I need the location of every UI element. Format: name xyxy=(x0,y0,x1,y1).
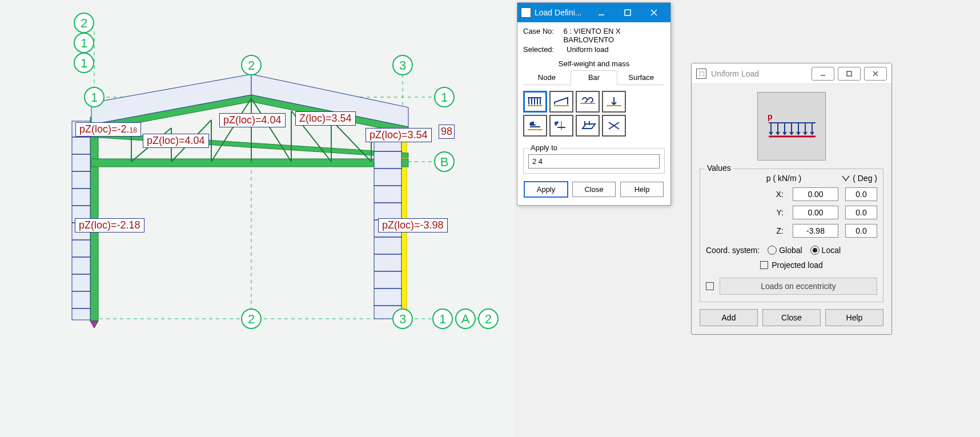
planar-load-icon-button[interactable] xyxy=(576,115,600,137)
p-header: p ( kN/m ) xyxy=(766,174,801,183)
load-preview: p xyxy=(757,92,826,161)
z-value-input[interactable] xyxy=(793,224,838,238)
selected-value: Uniform load xyxy=(567,45,609,54)
eccentricity-button[interactable]: Loads on eccentricity xyxy=(720,278,877,295)
maximize-button[interactable] xyxy=(838,67,861,81)
svg-text:3: 3 xyxy=(399,58,406,73)
point-load-icon-button[interactable] xyxy=(602,91,626,113)
close-button[interactable]: Close xyxy=(572,182,616,197)
load-annotation: pZ(loc)=4.04 xyxy=(219,113,286,127)
load-annotation: pZ(loc)=-2.18 xyxy=(75,218,144,232)
z-label: Z: xyxy=(770,226,784,235)
svg-text:B: B xyxy=(440,155,449,169)
dilatation-icon-button[interactable]: dL xyxy=(523,115,547,137)
load-annotation: 98 xyxy=(439,125,455,139)
load-annotation: pZ(loc)=-2.18 xyxy=(75,122,141,137)
maximize-button[interactable] xyxy=(614,3,641,22)
trapezoidal-load-icon-button[interactable] xyxy=(549,91,573,113)
global-radio[interactable]: Global xyxy=(768,246,802,255)
svg-text:1: 1 xyxy=(439,312,446,326)
values-legend: Values xyxy=(705,163,733,173)
dialog-title: Uniform Load xyxy=(711,69,808,78)
grid-bubble: 2 1 1 2 3 1 1 B 2 3 1 A 2 xyxy=(74,13,498,328)
load-definition-dialog: ⬚ Load Defini... Case No: 6 : VIENTO EN … xyxy=(517,2,671,206)
svg-text:p: p xyxy=(768,112,773,121)
svg-text:1: 1 xyxy=(81,56,87,70)
svg-text:1: 1 xyxy=(81,36,87,50)
help-button[interactable]: Help xyxy=(620,182,664,197)
tab-node[interactable]: Node xyxy=(523,70,571,85)
y-value-input[interactable] xyxy=(793,206,838,219)
apply-to-label: Apply to xyxy=(528,143,560,152)
svg-rect-105 xyxy=(847,71,852,76)
app-icon: ⬚ xyxy=(521,7,531,18)
x-label: X: xyxy=(770,190,784,199)
delete-load-icon-button[interactable] xyxy=(602,115,626,137)
close-button[interactable] xyxy=(641,3,667,22)
structural-viewport[interactable]: 2 1 1 2 3 1 1 B 2 3 1 A 2 pZ(loc)=-2.18 … xyxy=(0,0,514,437)
section-header: Self-weight and mass xyxy=(523,59,665,68)
svg-text:2: 2 xyxy=(81,16,87,30)
y-deg-input[interactable] xyxy=(845,206,877,219)
x-deg-input[interactable] xyxy=(845,187,877,201)
svg-text:2: 2 xyxy=(485,312,492,326)
tab-surface[interactable]: Surface xyxy=(617,70,665,85)
titlebar[interactable]: ⬚ Load Defini... xyxy=(517,3,670,22)
tab-bar[interactable]: Bar xyxy=(571,70,618,85)
minimize-button[interactable] xyxy=(812,67,834,81)
thermal-load-icon-button[interactable]: t° xyxy=(549,115,573,137)
selected-label: Selected: xyxy=(523,45,563,54)
svg-text:A: A xyxy=(461,312,470,326)
svg-text:2: 2 xyxy=(248,312,255,326)
svg-text:dL: dL xyxy=(530,121,535,126)
projected-label: Projected load xyxy=(772,260,823,270)
x-value-input[interactable] xyxy=(793,187,838,201)
apply-button[interactable]: Apply xyxy=(524,182,568,197)
svg-rect-79 xyxy=(625,10,630,15)
load-annotation: pZ(loc)=-3.98 xyxy=(378,218,448,232)
uniform-load-dialog: ⬚ Uniform Load p xyxy=(691,63,892,335)
add-button[interactable]: Add xyxy=(700,309,758,326)
close-button[interactable] xyxy=(864,67,887,81)
svg-text:2: 2 xyxy=(248,58,255,73)
case-no-label: Case No: xyxy=(523,27,560,44)
y-label: Y: xyxy=(770,208,784,217)
titlebar[interactable]: ⬚ Uniform Load xyxy=(692,63,891,84)
minimize-button[interactable] xyxy=(588,3,614,22)
case-no-value: 6 : VIENTO EN X BARLOVENTO xyxy=(564,27,665,44)
z-deg-input[interactable] xyxy=(845,224,877,238)
projected-checkbox[interactable] xyxy=(760,261,768,269)
svg-rect-8 xyxy=(91,159,408,167)
close-button[interactable]: Close xyxy=(762,309,821,326)
load-annotation: pZ(loc)=3.54 xyxy=(366,128,432,142)
load-annotation: pZ(loc)=4.04 xyxy=(143,134,209,148)
moment-load-icon-button[interactable] xyxy=(576,91,600,113)
help-button[interactable]: Help xyxy=(825,309,883,326)
svg-marker-50 xyxy=(90,321,98,328)
deg-header: ( Deg ) xyxy=(841,174,877,183)
dialog-title: Load Defini... xyxy=(535,8,588,17)
svg-text:1: 1 xyxy=(441,90,448,105)
svg-text:t°: t° xyxy=(555,121,558,126)
coord-system-label: Coord. system: xyxy=(706,246,760,255)
load-annotation: Z(loc)=3.54 xyxy=(295,111,356,126)
uniform-load-icon-button[interactable] xyxy=(523,91,547,113)
eccentricity-checkbox[interactable] xyxy=(706,282,714,290)
svg-text:1: 1 xyxy=(91,90,98,105)
app-icon: ⬚ xyxy=(696,69,706,79)
apply-to-input[interactable] xyxy=(528,154,660,169)
local-radio[interactable]: Local xyxy=(810,246,841,255)
svg-text:3: 3 xyxy=(399,312,406,326)
